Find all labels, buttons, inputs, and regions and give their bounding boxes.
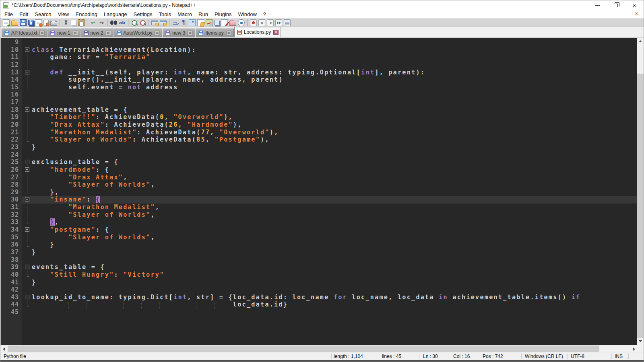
tab-locations-py[interactable]: Locations.py×: [234, 27, 281, 37]
tab-label: AP Ideas.txt: [11, 30, 37, 36]
code-text: events_table = {: [32, 263, 105, 271]
fold-line: [27, 174, 27, 181]
fold-collapse-icon[interactable]: [25, 47, 29, 52]
menu-item-macro[interactable]: Macro: [174, 11, 195, 17]
tab-new-1[interactable]: new 1×: [47, 29, 80, 37]
show-indent-guide-icon[interactable]: [189, 19, 196, 26]
tab-ap-ideas-txt[interactable]: AP Ideas.txt×: [2, 29, 47, 37]
tab-close-icon[interactable]: ×: [273, 30, 279, 35]
macro-play-icon[interactable]: [267, 19, 274, 26]
show-all-characters-icon[interactable]: ¶: [180, 19, 187, 26]
document-list-icon[interactable]: [214, 20, 219, 25]
close-all-icon[interactable]: [43, 20, 49, 25]
folder-as-workspace-icon[interactable]: [229, 21, 236, 26]
menu-item-run[interactable]: Run: [195, 11, 211, 17]
status-eol-format[interactable]: Windows (CR LF): [525, 354, 563, 359]
fold-end-icon: [27, 189, 27, 194]
line-number: 14: [0, 76, 19, 84]
status-encoding[interactable]: UTF-8: [571, 354, 584, 359]
redo-icon[interactable]: ↪: [98, 19, 105, 26]
tab-close-icon[interactable]: ×: [73, 31, 78, 36]
tab-new-2[interactable]: new 2×: [81, 29, 114, 37]
menu-item-file[interactable]: File: [1, 11, 16, 17]
restore-button[interactable]: [607, 0, 625, 10]
code-text: }: [32, 241, 55, 249]
document-monitor-icon[interactable]: [221, 19, 228, 26]
horizontal-scrollbar-thumb[interactable]: [8, 346, 599, 352]
find-icon[interactable]: [110, 19, 117, 26]
macro-save-icon[interactable]: [284, 19, 291, 26]
menu-item-window[interactable]: Window: [235, 11, 260, 17]
tab-close-icon[interactable]: ×: [106, 31, 111, 36]
menu-item-encoding[interactable]: Encoding: [72, 11, 101, 17]
fold-collapse-icon[interactable]: [25, 295, 29, 299]
code-line-32: 32 "Slayer of Worlds",: [0, 211, 638, 219]
line-number: 12: [0, 61, 19, 69]
macro-stop-icon[interactable]: [258, 19, 265, 26]
fold-collapse-icon[interactable]: [25, 197, 29, 202]
zoom-in-icon[interactable]: [131, 19, 138, 26]
code-text: "Timber!!": AchieveData(0, "Overworld"),: [32, 113, 233, 121]
sync-horizontal-scroll-icon[interactable]: [160, 21, 167, 25]
tab-new-3[interactable]: new 3×: [163, 29, 195, 37]
new-file-icon[interactable]: [3, 19, 10, 26]
close-document-x-icon[interactable]: ×: [635, 10, 638, 16]
save-all-icon[interactable]: [28, 20, 33, 25]
zoom-out-icon[interactable]: [139, 19, 146, 26]
toolbar-separator: [128, 19, 128, 26]
scroll-up-arrow[interactable]: [637, 38, 644, 45]
menu-item-language[interactable]: Language: [101, 11, 130, 17]
cut-icon[interactable]: [62, 19, 69, 26]
macro-record-icon[interactable]: [250, 19, 257, 26]
open-file-icon[interactable]: [11, 21, 18, 26]
fold-collapse-icon[interactable]: [25, 265, 29, 269]
paste-icon[interactable]: [78, 19, 85, 26]
tab-label: Locations.py: [244, 29, 271, 35]
line-number: 20: [0, 121, 19, 129]
document-map-icon[interactable]: [206, 19, 213, 26]
minimize-button[interactable]: [588, 0, 607, 10]
scroll-down-arrow[interactable]: [637, 338, 644, 345]
fold-collapse-icon[interactable]: [25, 160, 29, 164]
scroll-left-arrow[interactable]: [0, 346, 7, 352]
menu-item-plugins[interactable]: Plugins: [211, 11, 235, 17]
menu-item-view[interactable]: View: [55, 11, 72, 17]
tab-close-icon[interactable]: ×: [155, 31, 160, 36]
tab-items-py[interactable]: Items.py×: [196, 29, 233, 37]
horizontal-scrollbar[interactable]: [0, 345, 638, 352]
menu-item-settings[interactable]: Settings: [130, 11, 156, 17]
view-monitoring-icon[interactable]: [238, 19, 245, 26]
replace-icon[interactable]: ab: [119, 19, 126, 26]
print-icon[interactable]: [50, 21, 57, 26]
sync-vertical-scroll-icon[interactable]: [151, 21, 158, 25]
menu-item-tools[interactable]: Tools: [156, 11, 174, 17]
fold-collapse-icon[interactable]: [25, 167, 29, 172]
tab-close-icon[interactable]: ×: [188, 31, 193, 36]
tab-autoworld-py[interactable]: AutoWorld.py×: [114, 29, 163, 37]
menu-item-edit[interactable]: Edit: [16, 11, 31, 17]
undo-icon[interactable]: ↩: [90, 19, 97, 26]
code-text: super().__init__(player, name, address, …: [32, 76, 283, 84]
line-number: 18: [0, 106, 19, 114]
save-file-icon[interactable]: [20, 19, 27, 26]
code-text: self.event = not address: [32, 84, 178, 91]
vertical-scrollbar-thumb[interactable]: [637, 74, 644, 338]
function-list-icon[interactable]: [197, 19, 204, 26]
fold-collapse-icon[interactable]: [25, 227, 29, 232]
copy-icon[interactable]: [71, 20, 76, 25]
code-line-38: 38: [0, 256, 638, 264]
fold-collapse-icon[interactable]: [25, 70, 29, 74]
tab-close-icon[interactable]: ×: [39, 31, 45, 36]
code-line-36: 36 }: [0, 241, 638, 249]
code-editor[interactable]: 910class TerrariaAchievement(Location):1…: [0, 38, 638, 345]
vertical-scrollbar[interactable]: [637, 38, 644, 345]
menu-item-?[interactable]: ?: [260, 11, 269, 17]
word-wrap-icon[interactable]: [172, 19, 179, 26]
macro-run-multiple-icon[interactable]: [275, 19, 282, 26]
close-button[interactable]: ×: [625, 0, 644, 10]
close-file-icon[interactable]: [35, 19, 42, 26]
status-insert-mode[interactable]: INS: [615, 354, 623, 359]
tab-close-icon[interactable]: ×: [226, 31, 231, 36]
menu-item-search[interactable]: Search: [31, 11, 54, 17]
fold-collapse-icon[interactable]: [25, 107, 29, 112]
